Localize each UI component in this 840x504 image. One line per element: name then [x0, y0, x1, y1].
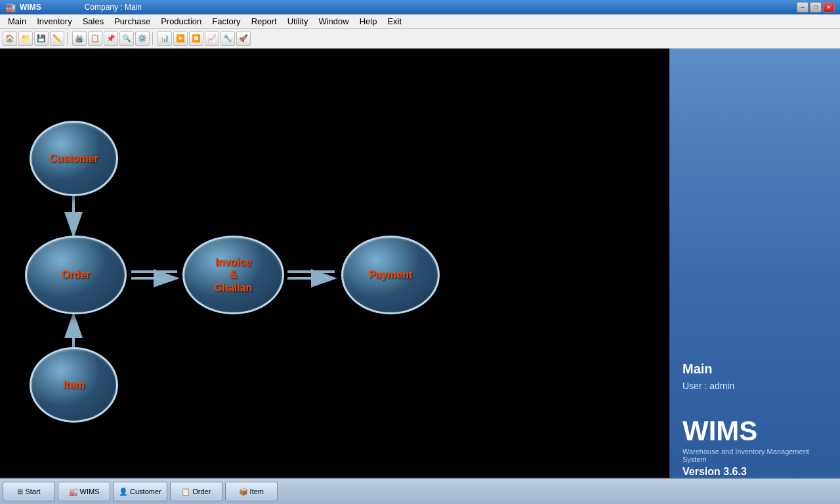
item-node[interactable]: Item: [30, 347, 118, 423]
taskbar-item[interactable]: 📦 Item: [225, 482, 278, 501]
sidebar-wims-title: WIMS: [682, 417, 757, 445]
toolbar-graph[interactable]: 📈: [205, 32, 219, 46]
minimize-button[interactable]: –: [797, 2, 808, 12]
toolbar-sep1: [67, 32, 70, 45]
menu-exit[interactable]: Exit: [382, 15, 407, 28]
toolbar-print[interactable]: 🖨️: [72, 32, 87, 46]
customer-label: Customer: [49, 152, 98, 165]
taskbar-start[interactable]: ⊞ Start: [3, 482, 55, 501]
invoice-node[interactable]: Invoice & Challan: [182, 236, 284, 314]
menu-factory[interactable]: Factory: [207, 15, 245, 28]
toolbar-sep2: [152, 32, 155, 45]
order-node[interactable]: Order: [25, 236, 127, 314]
sidebar-wims-full: Warehouse and Inventory Management Syste…: [682, 448, 827, 463]
toolbar-edit[interactable]: ✏️: [50, 32, 64, 46]
menu-production[interactable]: Production: [156, 15, 207, 28]
app-icon: 🏭: [5, 3, 16, 12]
title-bar-controls: – □ ✕: [797, 2, 835, 12]
close-button[interactable]: ✕: [823, 2, 835, 12]
sidebar-main-label: Main: [682, 362, 713, 377]
sidebar-user-label: User : admin: [682, 381, 734, 391]
title-bar-left: 🏭 WIMS Company : Main: [5, 3, 142, 12]
sidebar: Main User : admin WIMS Warehouse and Inv…: [669, 49, 840, 504]
app-name: WIMS: [20, 3, 41, 12]
menu-bar: Main Inventory Sales Purchase Production…: [0, 14, 840, 29]
toolbar-deploy[interactable]: 🚀: [236, 32, 251, 46]
toolbar-preview[interactable]: 📋: [88, 32, 102, 46]
toolbar-search[interactable]: 🔍: [119, 32, 134, 46]
toolbar-stop[interactable]: ⏹️: [189, 32, 203, 46]
taskbar-order[interactable]: 📋 Order: [170, 482, 222, 501]
customer-node[interactable]: Customer: [30, 121, 118, 196]
menu-report[interactable]: Report: [246, 15, 282, 28]
taskbar: ⊞ Start 🏭 WIMS 👤 Customer 📋 Order 📦 Item: [0, 478, 840, 504]
invoice-label: Invoice & Challan: [215, 256, 253, 294]
item-label: Item: [63, 379, 85, 391]
menu-help[interactable]: Help: [354, 15, 383, 28]
toolbar-chart[interactable]: 📊: [158, 32, 172, 46]
payment-label: Payment: [369, 268, 413, 281]
menu-window[interactable]: Window: [313, 15, 354, 28]
toolbar-pin[interactable]: 📌: [104, 32, 118, 46]
menu-purchase[interactable]: Purchase: [109, 15, 156, 28]
toolbar-home[interactable]: 🏠: [3, 32, 17, 46]
toolbar-run[interactable]: ▶️: [173, 32, 188, 46]
toolbar: 🏠 📁 💾 ✏️ 🖨️ 📋 📌 🔍 ⚙️ 📊 ▶️ ⏹️ 📈 🔧 🚀: [0, 29, 840, 49]
toolbar-save[interactable]: 💾: [34, 32, 49, 46]
toolbar-settings[interactable]: ⚙️: [135, 32, 150, 46]
menu-main[interactable]: Main: [3, 15, 32, 28]
menu-inventory[interactable]: Inventory: [32, 15, 77, 28]
menu-utility[interactable]: Utility: [282, 15, 314, 28]
toolbar-open[interactable]: 📁: [18, 32, 33, 46]
order-label: Order: [62, 268, 91, 281]
toolbar-tools[interactable]: 🔧: [220, 32, 235, 46]
main-layout: Customer Order Invoice & Challan Payment…: [0, 49, 840, 504]
company-name: Company : Main: [85, 3, 142, 12]
taskbar-customer[interactable]: 👤 Customer: [113, 482, 167, 501]
taskbar-wims[interactable]: 🏭 WIMS: [58, 482, 110, 501]
canvas-area: Customer Order Invoice & Challan Payment…: [0, 49, 669, 504]
sidebar-version: Version 3.6.3: [682, 466, 747, 478]
menu-sales[interactable]: Sales: [77, 15, 110, 28]
maximize-button[interactable]: □: [810, 2, 822, 12]
title-bar: 🏭 WIMS Company : Main – □ ✕: [0, 0, 840, 14]
payment-node[interactable]: Payment: [341, 236, 440, 314]
